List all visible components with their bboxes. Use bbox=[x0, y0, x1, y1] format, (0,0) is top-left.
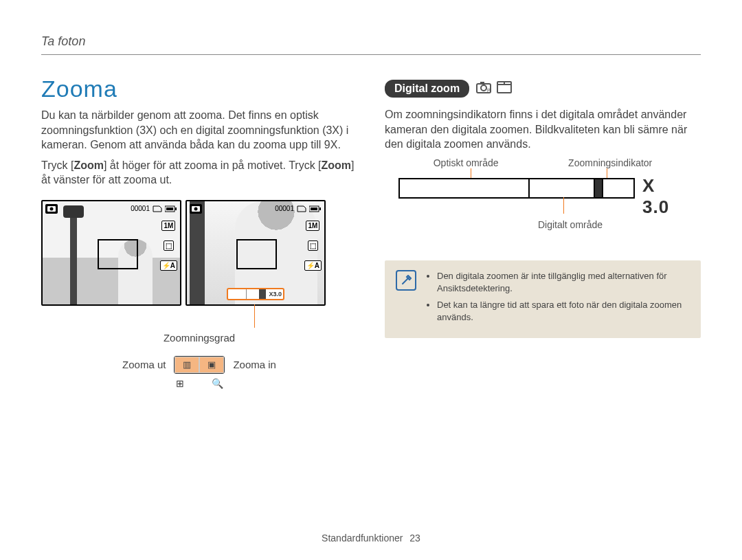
lcd-screens-row: 00001 1M ⬚ ⚡A bbox=[41, 200, 357, 306]
note-item-1: Den digitala zoomen är inte tillgänglig … bbox=[437, 270, 690, 295]
lcd-flash-badge: ⚡A bbox=[304, 260, 322, 271]
lcd-resolution-badge: 1M bbox=[306, 221, 319, 231]
camera-mode-icon bbox=[190, 204, 202, 214]
left-column: Zooma Du kan ta närbilder genom att zoom… bbox=[41, 76, 357, 389]
note-box: Den digitala zoomen är inte tillgänglig … bbox=[385, 260, 701, 338]
optical-range-segment bbox=[400, 179, 528, 197]
zoom-in-icon: 🔍 bbox=[212, 378, 223, 389]
svg-rect-4 bbox=[166, 208, 173, 210]
lcd-preview-zoomed: 00001 1M ⬚ ⚡A X3.0 bbox=[186, 200, 326, 306]
lcd-resolution-badge: 1M bbox=[161, 221, 175, 231]
svg-point-2 bbox=[50, 207, 54, 210]
paragraph-zoom-intro: Du kan ta närbilder genom att zooma. Det… bbox=[41, 108, 357, 153]
label-zoom-indicator: Zoomningsindikator bbox=[568, 157, 652, 168]
caption-zoom-grade: Zoomningsgrad bbox=[41, 332, 357, 344]
lcd-quality-badge: ⬚ bbox=[308, 240, 318, 251]
running-head: Ta foton bbox=[41, 34, 701, 55]
svg-rect-10 bbox=[311, 208, 317, 210]
label-zoom-out: Zooma ut bbox=[122, 359, 166, 370]
battery-icon bbox=[165, 205, 177, 212]
scene-mode-icon bbox=[497, 81, 512, 96]
label-optical-range: Optiskt område bbox=[434, 157, 499, 168]
callout-leader bbox=[607, 168, 607, 178]
keyword-zoom-2: Zoom bbox=[322, 159, 352, 171]
rocker-zoom-in: ▣ bbox=[199, 357, 224, 373]
callout-leader bbox=[471, 168, 471, 178]
label-zoom-in: Zooma in bbox=[233, 359, 276, 370]
svg-rect-11 bbox=[319, 208, 321, 210]
text: Tryck [ bbox=[41, 159, 74, 171]
camera-mode-icon: P bbox=[476, 81, 493, 96]
pill-digital-zoom: Digital zoom bbox=[385, 80, 469, 98]
rocker-zoom-out: ▥ bbox=[175, 357, 199, 373]
callout-leader bbox=[254, 304, 255, 328]
footer-section-label: Standardfunktioner bbox=[322, 533, 403, 544]
svg-point-13 bbox=[481, 85, 486, 91]
text: ] åt höger för att zooma in på motivet. … bbox=[104, 159, 322, 171]
note-item-2: Det kan ta längre tid att spara ett foto… bbox=[437, 299, 690, 324]
section-heading-zooma: Zooma bbox=[41, 76, 357, 102]
right-column: Digital zoom P Om zoomningsindikatorn fi… bbox=[385, 76, 701, 389]
focus-box bbox=[98, 239, 138, 269]
zoom-indicator-marker bbox=[594, 178, 603, 199]
paragraph-digital-zoom: Om zoomningsindikatorn finns i det digit… bbox=[385, 107, 701, 152]
zoom-indicator-marker bbox=[259, 289, 266, 299]
zoom-bar-value: X3.0 bbox=[269, 291, 282, 298]
sd-card-icon bbox=[297, 205, 306, 212]
focus-box bbox=[236, 239, 277, 269]
zoom-rocker: ▥ ▣ bbox=[174, 356, 225, 374]
lcd-quality-badge: ⬚ bbox=[164, 240, 174, 251]
zoom-range-diagram: Optiskt område Zoomningsindikator X 3.0 … bbox=[385, 157, 701, 247]
svg-rect-5 bbox=[175, 208, 177, 210]
note-icon bbox=[396, 270, 416, 291]
footer-page-number: 23 bbox=[409, 533, 420, 544]
battery-icon bbox=[309, 205, 322, 212]
paragraph-zoom-instruction: Tryck [Zoom] åt höger för att zooma in p… bbox=[41, 158, 357, 188]
keyword-zoom-1: Zoom bbox=[74, 159, 104, 171]
svg-rect-14 bbox=[480, 82, 484, 85]
svg-point-8 bbox=[194, 207, 198, 210]
svg-text:P: P bbox=[487, 88, 491, 93]
zoom-rocker-row: Zooma ut ▥ ▣ Zooma in bbox=[41, 356, 357, 374]
lcd-counter: 00001 bbox=[275, 205, 294, 212]
zoom-level-bar: X3.0 bbox=[227, 288, 284, 300]
lcd-preview-wide: 00001 1M ⬚ ⚡A bbox=[41, 200, 181, 306]
sd-card-icon bbox=[153, 205, 162, 212]
callout-leader bbox=[563, 197, 564, 214]
label-digital-range: Digitalt område bbox=[453, 219, 687, 230]
page-footer: Standardfunktioner 23 bbox=[0, 533, 742, 544]
camera-mode-icon bbox=[45, 204, 58, 214]
lcd-counter: 00001 bbox=[131, 205, 150, 212]
digital-range-segment bbox=[528, 179, 600, 197]
lcd-flash-badge: ⚡A bbox=[160, 260, 177, 271]
zoom-magnification-value: X 3.0 bbox=[642, 175, 687, 218]
zoom-out-icon: ⊞ bbox=[176, 378, 184, 389]
